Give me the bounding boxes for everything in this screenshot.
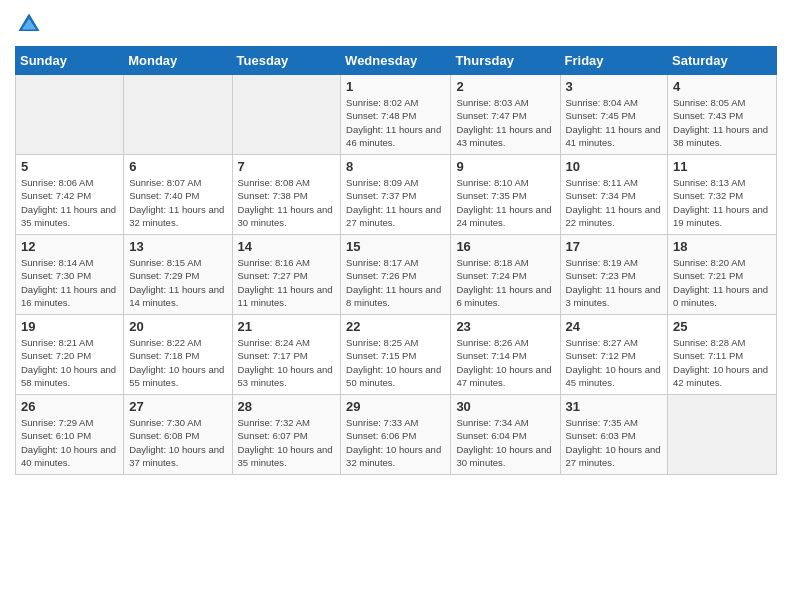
- calendar-cell: 20Sunrise: 8:22 AM Sunset: 7:18 PM Dayli…: [124, 315, 232, 395]
- calendar-cell: 8Sunrise: 8:09 AM Sunset: 7:37 PM Daylig…: [341, 155, 451, 235]
- calendar-cell: 28Sunrise: 7:32 AM Sunset: 6:07 PM Dayli…: [232, 395, 341, 475]
- day-info: Sunrise: 8:25 AM Sunset: 7:15 PM Dayligh…: [346, 336, 445, 389]
- day-info: Sunrise: 8:24 AM Sunset: 7:17 PM Dayligh…: [238, 336, 336, 389]
- day-info: Sunrise: 8:11 AM Sunset: 7:34 PM Dayligh…: [566, 176, 663, 229]
- day-number: 8: [346, 159, 445, 174]
- calendar-cell: 5Sunrise: 8:06 AM Sunset: 7:42 PM Daylig…: [16, 155, 124, 235]
- logo: [15, 10, 47, 38]
- calendar-cell: 17Sunrise: 8:19 AM Sunset: 7:23 PM Dayli…: [560, 235, 668, 315]
- day-info: Sunrise: 8:05 AM Sunset: 7:43 PM Dayligh…: [673, 96, 771, 149]
- weekday-header: Sunday: [16, 47, 124, 75]
- day-info: Sunrise: 8:02 AM Sunset: 7:48 PM Dayligh…: [346, 96, 445, 149]
- calendar-cell: [124, 75, 232, 155]
- weekday-header: Friday: [560, 47, 668, 75]
- day-info: Sunrise: 8:20 AM Sunset: 7:21 PM Dayligh…: [673, 256, 771, 309]
- day-info: Sunrise: 8:19 AM Sunset: 7:23 PM Dayligh…: [566, 256, 663, 309]
- calendar-cell: [16, 75, 124, 155]
- calendar-week-row: 26Sunrise: 7:29 AM Sunset: 6:10 PM Dayli…: [16, 395, 777, 475]
- day-info: Sunrise: 8:16 AM Sunset: 7:27 PM Dayligh…: [238, 256, 336, 309]
- calendar-week-row: 1Sunrise: 8:02 AM Sunset: 7:48 PM Daylig…: [16, 75, 777, 155]
- day-info: Sunrise: 7:32 AM Sunset: 6:07 PM Dayligh…: [238, 416, 336, 469]
- day-number: 19: [21, 319, 118, 334]
- day-number: 14: [238, 239, 336, 254]
- day-info: Sunrise: 7:29 AM Sunset: 6:10 PM Dayligh…: [21, 416, 118, 469]
- calendar-cell: 14Sunrise: 8:16 AM Sunset: 7:27 PM Dayli…: [232, 235, 341, 315]
- header: [15, 10, 777, 38]
- calendar-cell: 4Sunrise: 8:05 AM Sunset: 7:43 PM Daylig…: [668, 75, 777, 155]
- day-number: 31: [566, 399, 663, 414]
- day-info: Sunrise: 8:04 AM Sunset: 7:45 PM Dayligh…: [566, 96, 663, 149]
- calendar-week-row: 19Sunrise: 8:21 AM Sunset: 7:20 PM Dayli…: [16, 315, 777, 395]
- calendar-cell: 7Sunrise: 8:08 AM Sunset: 7:38 PM Daylig…: [232, 155, 341, 235]
- day-info: Sunrise: 8:21 AM Sunset: 7:20 PM Dayligh…: [21, 336, 118, 389]
- day-info: Sunrise: 8:22 AM Sunset: 7:18 PM Dayligh…: [129, 336, 226, 389]
- weekday-header: Monday: [124, 47, 232, 75]
- day-number: 29: [346, 399, 445, 414]
- weekday-header: Tuesday: [232, 47, 341, 75]
- calendar-cell: [668, 395, 777, 475]
- day-info: Sunrise: 8:26 AM Sunset: 7:14 PM Dayligh…: [456, 336, 554, 389]
- calendar-cell: 27Sunrise: 7:30 AM Sunset: 6:08 PM Dayli…: [124, 395, 232, 475]
- calendar-cell: 29Sunrise: 7:33 AM Sunset: 6:06 PM Dayli…: [341, 395, 451, 475]
- day-number: 17: [566, 239, 663, 254]
- calendar-cell: 15Sunrise: 8:17 AM Sunset: 7:26 PM Dayli…: [341, 235, 451, 315]
- weekday-header: Thursday: [451, 47, 560, 75]
- day-number: 7: [238, 159, 336, 174]
- calendar-cell: 18Sunrise: 8:20 AM Sunset: 7:21 PM Dayli…: [668, 235, 777, 315]
- day-info: Sunrise: 8:13 AM Sunset: 7:32 PM Dayligh…: [673, 176, 771, 229]
- calendar-cell: 10Sunrise: 8:11 AM Sunset: 7:34 PM Dayli…: [560, 155, 668, 235]
- weekday-header: Wednesday: [341, 47, 451, 75]
- calendar-cell: 26Sunrise: 7:29 AM Sunset: 6:10 PM Dayli…: [16, 395, 124, 475]
- calendar-cell: 6Sunrise: 8:07 AM Sunset: 7:40 PM Daylig…: [124, 155, 232, 235]
- calendar-cell: 23Sunrise: 8:26 AM Sunset: 7:14 PM Dayli…: [451, 315, 560, 395]
- calendar-header-row: SundayMondayTuesdayWednesdayThursdayFrid…: [16, 47, 777, 75]
- day-number: 28: [238, 399, 336, 414]
- day-number: 2: [456, 79, 554, 94]
- day-number: 25: [673, 319, 771, 334]
- day-info: Sunrise: 8:07 AM Sunset: 7:40 PM Dayligh…: [129, 176, 226, 229]
- day-number: 3: [566, 79, 663, 94]
- calendar-cell: 24Sunrise: 8:27 AM Sunset: 7:12 PM Dayli…: [560, 315, 668, 395]
- day-number: 10: [566, 159, 663, 174]
- day-info: Sunrise: 7:35 AM Sunset: 6:03 PM Dayligh…: [566, 416, 663, 469]
- calendar-cell: 25Sunrise: 8:28 AM Sunset: 7:11 PM Dayli…: [668, 315, 777, 395]
- day-number: 23: [456, 319, 554, 334]
- day-number: 20: [129, 319, 226, 334]
- day-number: 21: [238, 319, 336, 334]
- weekday-header: Saturday: [668, 47, 777, 75]
- calendar-week-row: 5Sunrise: 8:06 AM Sunset: 7:42 PM Daylig…: [16, 155, 777, 235]
- day-info: Sunrise: 7:30 AM Sunset: 6:08 PM Dayligh…: [129, 416, 226, 469]
- calendar-cell: 19Sunrise: 8:21 AM Sunset: 7:20 PM Dayli…: [16, 315, 124, 395]
- day-info: Sunrise: 8:17 AM Sunset: 7:26 PM Dayligh…: [346, 256, 445, 309]
- calendar-cell: 3Sunrise: 8:04 AM Sunset: 7:45 PM Daylig…: [560, 75, 668, 155]
- calendar-cell: 21Sunrise: 8:24 AM Sunset: 7:17 PM Dayli…: [232, 315, 341, 395]
- day-info: Sunrise: 8:06 AM Sunset: 7:42 PM Dayligh…: [21, 176, 118, 229]
- day-number: 16: [456, 239, 554, 254]
- calendar-cell: 9Sunrise: 8:10 AM Sunset: 7:35 PM Daylig…: [451, 155, 560, 235]
- day-info: Sunrise: 7:33 AM Sunset: 6:06 PM Dayligh…: [346, 416, 445, 469]
- day-number: 13: [129, 239, 226, 254]
- day-info: Sunrise: 8:14 AM Sunset: 7:30 PM Dayligh…: [21, 256, 118, 309]
- calendar-cell: 11Sunrise: 8:13 AM Sunset: 7:32 PM Dayli…: [668, 155, 777, 235]
- day-info: Sunrise: 8:08 AM Sunset: 7:38 PM Dayligh…: [238, 176, 336, 229]
- day-number: 12: [21, 239, 118, 254]
- calendar-cell: 16Sunrise: 8:18 AM Sunset: 7:24 PM Dayli…: [451, 235, 560, 315]
- day-number: 18: [673, 239, 771, 254]
- day-number: 27: [129, 399, 226, 414]
- day-number: 26: [21, 399, 118, 414]
- calendar-cell: 12Sunrise: 8:14 AM Sunset: 7:30 PM Dayli…: [16, 235, 124, 315]
- calendar-cell: 13Sunrise: 8:15 AM Sunset: 7:29 PM Dayli…: [124, 235, 232, 315]
- calendar-cell: [232, 75, 341, 155]
- day-info: Sunrise: 8:09 AM Sunset: 7:37 PM Dayligh…: [346, 176, 445, 229]
- day-number: 11: [673, 159, 771, 174]
- day-info: Sunrise: 8:18 AM Sunset: 7:24 PM Dayligh…: [456, 256, 554, 309]
- calendar-table: SundayMondayTuesdayWednesdayThursdayFrid…: [15, 46, 777, 475]
- day-number: 1: [346, 79, 445, 94]
- day-info: Sunrise: 7:34 AM Sunset: 6:04 PM Dayligh…: [456, 416, 554, 469]
- day-number: 9: [456, 159, 554, 174]
- day-number: 24: [566, 319, 663, 334]
- page-container: SundayMondayTuesdayWednesdayThursdayFrid…: [0, 0, 792, 485]
- calendar-cell: 2Sunrise: 8:03 AM Sunset: 7:47 PM Daylig…: [451, 75, 560, 155]
- logo-icon: [15, 10, 43, 38]
- day-number: 15: [346, 239, 445, 254]
